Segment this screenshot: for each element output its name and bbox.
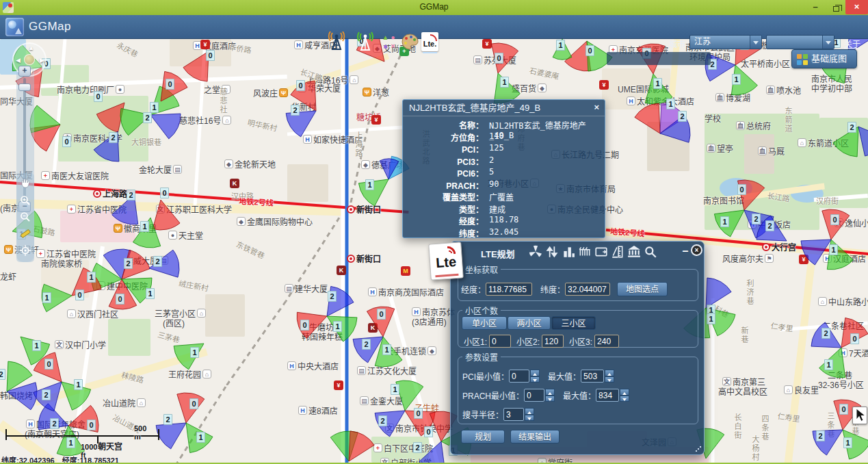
radius-input[interactable] xyxy=(503,408,524,421)
about-link[interactable]: 关于 xyxy=(844,38,860,49)
screen-select-icon[interactable] xyxy=(594,245,609,259)
pan-left-icon[interactable]: ◀ xyxy=(16,57,21,64)
zoom-in-tool[interactable] xyxy=(19,195,31,207)
pci-max-spinner[interactable] xyxy=(605,370,614,383)
pan-right-icon[interactable]: ▶ xyxy=(40,57,44,64)
prach-min-spinner[interactable] xyxy=(545,389,555,402)
prach-max-spinner[interactable] xyxy=(620,389,629,402)
popup-field-row: 覆盖类型：广覆盖 xyxy=(403,191,601,203)
swap-vertical-icon[interactable] xyxy=(545,245,560,259)
home-poi-icon: ⌂ xyxy=(67,309,76,318)
sector-id-chip: 0 xyxy=(377,309,386,320)
sector-id-chip: 2 xyxy=(328,291,337,302)
pan-center[interactable] xyxy=(24,54,35,65)
lte-planning-icon[interactable]: Lte. xyxy=(421,32,438,51)
district-dropdown-arrow-icon[interactable] xyxy=(822,36,834,49)
sector-id-chip: 1 xyxy=(333,321,342,332)
window-maximize-button[interactable] xyxy=(826,0,845,14)
city-dropdown[interactable]: 江苏 xyxy=(689,35,762,49)
cell-sector[interactable] xyxy=(156,423,186,449)
home-poi-icon: ⌂ xyxy=(784,385,793,394)
sector-id-chip: 2 xyxy=(143,112,152,123)
city-dropdown-arrow-icon[interactable] xyxy=(750,36,761,49)
cell3-input[interactable] xyxy=(594,335,619,348)
measure-tool[interactable] xyxy=(19,228,31,240)
zoom-in-button[interactable]: + xyxy=(18,66,31,77)
home-poi-icon: ⌂ xyxy=(798,138,806,147)
pan-up-icon[interactable]: ▲ xyxy=(28,44,34,51)
palette-icon[interactable] xyxy=(401,33,419,51)
window-minimize-button[interactable]: – xyxy=(806,0,825,14)
antenna-signal-orange-icon[interactable] xyxy=(327,31,346,52)
dialog-resize-grip[interactable] xyxy=(695,446,702,452)
sector-id-chip: 0 xyxy=(850,333,859,344)
map-label: 东箭道 xyxy=(782,107,793,133)
sector-id-chip: 1 xyxy=(32,340,41,351)
basemap-button[interactable]: 基础底图 xyxy=(791,49,857,68)
bank-icon[interactable] xyxy=(627,245,642,259)
zoom-knob[interactable] xyxy=(18,83,31,91)
brand-poi-icon: K xyxy=(337,266,346,275)
legend-shapes-icon[interactable]: ▲● ■× xyxy=(382,34,398,51)
cell1-input[interactable] xyxy=(489,335,511,348)
sector-id-chip: 2 xyxy=(362,339,371,350)
result-output-button[interactable]: 结果输出 xyxy=(510,430,560,443)
dialog-close-button[interactable]: × xyxy=(691,244,702,256)
sector-id-chip: 1 xyxy=(720,216,729,227)
hosp-poi-icon: + xyxy=(41,171,50,180)
pci-min-input[interactable] xyxy=(509,370,529,383)
fence-icon[interactable] xyxy=(578,245,593,259)
metro-poi-icon xyxy=(762,243,770,251)
lng-input[interactable] xyxy=(486,283,532,296)
map-label: 南京图书馆 xyxy=(703,194,744,206)
pci-max-input[interactable] xyxy=(581,370,604,383)
prach-max-input[interactable] xyxy=(596,389,619,402)
city-label: 城市 xyxy=(669,38,685,49)
window-close-button[interactable]: × xyxy=(845,0,868,14)
antenna-signal-green-icon[interactable] xyxy=(356,31,375,52)
mode-three-cells-button[interactable]: 三小区 xyxy=(551,316,596,330)
lat-input[interactable] xyxy=(565,283,610,296)
hotel-poi-icon: H xyxy=(294,40,303,49)
prach-min-input[interactable] xyxy=(524,389,544,402)
dialog-minimize-button[interactable]: – xyxy=(681,245,690,257)
sector-id-chip: 2 xyxy=(0,369,5,380)
cell-sector[interactable] xyxy=(150,114,181,139)
popup-title: NJL2HTB玄武_德基房地产_49_B xyxy=(403,100,605,116)
overlay-bar xyxy=(607,52,711,65)
locate-tool[interactable] xyxy=(19,245,31,257)
search-icon[interactable] xyxy=(644,245,659,259)
sector-id-chip: 0 xyxy=(300,320,309,331)
sector-id-chip: 1 xyxy=(666,99,675,109)
sector-id-chip: 0 xyxy=(189,398,198,409)
map-label: 新街口 xyxy=(347,253,381,264)
ruler-icon[interactable] xyxy=(611,245,626,259)
cell-sector[interactable] xyxy=(349,431,374,461)
district-dropdown[interactable] xyxy=(766,35,834,49)
pci-min-spinner[interactable] xyxy=(530,370,540,383)
pan-hand-tool[interactable] xyxy=(19,178,31,190)
mode-two-cells-button[interactable]: 两小区 xyxy=(508,316,551,330)
zoom-out-tool[interactable] xyxy=(19,211,31,224)
popup-field-row: 方位角：110 xyxy=(403,131,601,144)
mus-poi-icon: 血 xyxy=(766,86,775,94)
brand-name: GGMap xyxy=(29,20,71,34)
mus-poi-icon: 血 xyxy=(758,146,767,155)
mus-poi-icon: 血 xyxy=(707,144,715,153)
sector-id-chip: 1 xyxy=(556,40,565,51)
sector-fan-icon[interactable] xyxy=(529,245,544,259)
map-label: 王府花园⌂ xyxy=(168,368,211,380)
sector-id-chip: 0 xyxy=(206,50,215,61)
radius-spinner[interactable] xyxy=(525,408,534,421)
bar-chart-icon[interactable] xyxy=(562,245,577,259)
map-pick-button[interactable]: 地图选点 xyxy=(617,282,668,296)
plan-button[interactable]: 规划 xyxy=(461,430,505,443)
sector-id-chip: 2 xyxy=(413,442,422,453)
cell-count-legend: 小区个数 xyxy=(462,305,501,316)
road xyxy=(785,263,815,464)
map-label: ⌂中山东路小区 xyxy=(818,296,868,307)
params-group: 参数设置 PCI最小值： 最大值： PRACH最小值： 最大值： 搜寻半径： xyxy=(458,351,698,424)
cell2-input[interactable] xyxy=(542,335,564,348)
popup-close-icon[interactable]: × xyxy=(594,102,599,112)
mode-single-cell-button[interactable]: 单小区 xyxy=(462,316,507,330)
